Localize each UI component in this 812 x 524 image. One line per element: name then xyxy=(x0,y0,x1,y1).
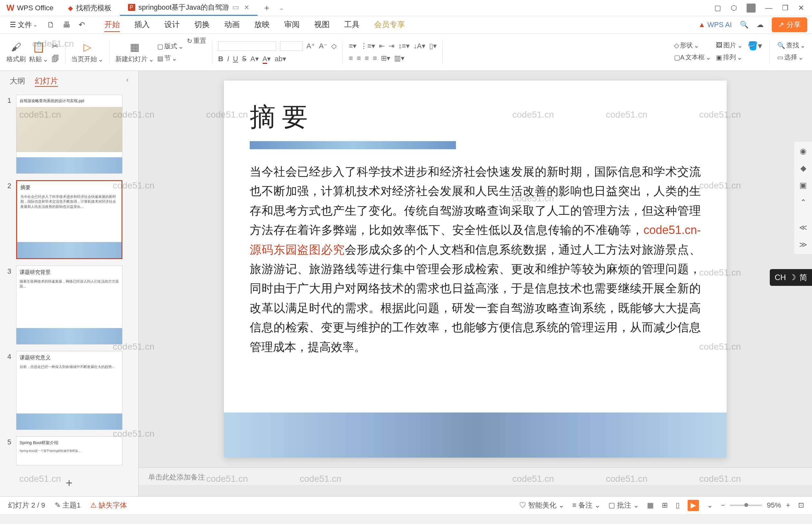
qat-icon-2[interactable]: 🖶 xyxy=(63,20,70,29)
slideshow-dropdown-icon[interactable]: ⌄ xyxy=(707,501,713,509)
avatar-icon[interactable] xyxy=(747,3,756,13)
tab-view[interactable]: 视图 xyxy=(314,18,330,32)
ime-indicator[interactable]: CH ☽ 简 xyxy=(770,269,812,286)
tab-animation[interactable]: 动画 xyxy=(224,18,240,32)
textbox-dropdown[interactable]: ▢A 文本框 ⌄ xyxy=(674,53,711,62)
strike-icon[interactable]: S̶ xyxy=(242,55,247,63)
window-icon-2[interactable]: ⬡ xyxy=(731,4,737,12)
text-direction-icon[interactable]: ↓A▾ xyxy=(413,42,425,50)
indent-left-icon[interactable]: ⇤ xyxy=(379,42,385,50)
from-current-button[interactable]: ▷当页开始 ⌄ xyxy=(71,41,103,64)
tab-document[interactable]: P springboot基于Java的自驾游 ▭ ✕ xyxy=(120,0,258,16)
indent-right-icon[interactable]: ⇥ xyxy=(388,42,394,50)
tab-slideshow[interactable]: 放映 xyxy=(254,18,270,32)
find-dropdown[interactable]: 🔍 查找 ⌄ xyxy=(777,41,806,50)
zoom-out-icon[interactable]: − xyxy=(721,501,725,509)
decrease-font-icon[interactable]: A⁻ xyxy=(319,42,328,50)
thumb-5[interactable]: Spring Boot框架介绍 Spring Boot是一个基于Spring的快… xyxy=(16,436,122,465)
distribute-icon[interactable]: ⊞▾ xyxy=(381,54,390,63)
fill-icon[interactable]: 🪣▾ xyxy=(748,41,762,64)
text-effect-icon[interactable]: ab▾ xyxy=(275,55,286,63)
cloud-icon[interactable]: ☁ xyxy=(757,21,764,29)
wps-ai-button[interactable]: ▲ WPS AI xyxy=(698,21,732,29)
view-reading-icon[interactable]: ▯ xyxy=(676,501,680,509)
new-slide-button[interactable]: ▦新建幻灯片 ⌄ xyxy=(115,41,154,64)
prev-slide-icon[interactable]: ≪ xyxy=(799,223,807,232)
missing-font-warning[interactable]: ⚠ 缺失字体 xyxy=(90,501,127,510)
cut-icon[interactable]: ✂ xyxy=(52,41,59,51)
format-painter-button[interactable]: 🖌格式刷 xyxy=(6,41,26,64)
bullets-icon[interactable]: ≡▾ xyxy=(349,42,357,50)
add-slide-button[interactable]: + xyxy=(0,470,138,496)
highlight-icon[interactable]: A▾ xyxy=(250,55,259,63)
tab-start[interactable]: 开始 xyxy=(104,18,120,32)
section-dropdown[interactable]: ▤ 节 ⌄ xyxy=(157,54,184,63)
thumb-item[interactable]: 2 摘要 当今社会已经步入了科学技术进步和经济社会快速发展的新时期，国际信息和学… xyxy=(3,180,135,259)
file-menu[interactable]: ☰ 文件 ⌄ xyxy=(5,20,42,30)
scroll-up-icon[interactable]: ⌃ xyxy=(800,198,807,207)
tab-vip[interactable]: 会员专享 xyxy=(374,18,405,32)
underline-icon[interactable]: U xyxy=(233,55,238,63)
close-tab-icon[interactable]: ✕ xyxy=(244,3,249,11)
window-icon-1[interactable]: ▢ xyxy=(714,4,721,12)
review-toggle[interactable]: ▢ 批注 ⌄ xyxy=(608,501,639,510)
tab-templates[interactable]: ◆ 找稻壳模板 xyxy=(60,0,120,16)
font-family-dropdown[interactable] xyxy=(218,41,276,51)
notes-toggle[interactable]: ≡ 备注 ⌄ xyxy=(572,501,600,510)
slide-canvas[interactable]: 摘 要 当今社会已经步入了科学技术进步和经济社会快速发展的新时期，国际信息和学术… xyxy=(224,81,727,458)
tool-icon-3[interactable]: ▣ xyxy=(799,181,807,190)
thumb-2[interactable]: 摘要 当今社会已经步入了科学技术进步和经济社会快速发展的新时期，国际信息和学术交… xyxy=(16,180,122,259)
add-tab-button[interactable]: + xyxy=(258,3,276,13)
maximize-button[interactable]: ❐ xyxy=(782,4,789,12)
align-right-icon[interactable]: ≡ xyxy=(365,54,369,63)
thumb-item[interactable]: 1 自驾游攻略查询系统的设计与实现.ppt xyxy=(3,95,135,174)
paste-button[interactable]: 📋粘贴 ⌄ xyxy=(29,41,48,64)
font-size-dropdown[interactable] xyxy=(280,41,302,51)
numbering-icon[interactable]: ⋮≡▾ xyxy=(360,42,375,50)
clear-format-icon[interactable]: ◇ xyxy=(331,42,337,50)
smart-beautify-button[interactable]: ♡ 智能美化 ⌄ xyxy=(519,501,564,510)
line-spacing-icon[interactable]: ↕≡▾ xyxy=(398,42,410,50)
tab-menu-icon[interactable]: ⌄ xyxy=(279,4,284,12)
qat-icon-1[interactable]: 🗋 xyxy=(47,20,55,29)
thumb-4[interactable]: 课题研究意义 目前，信息化已经一种深入到各领域中不断发展壮大的趋势... xyxy=(16,351,122,430)
reset-button[interactable]: ↻ 重置 xyxy=(187,36,206,45)
thumb-item[interactable]: 4 课题研究意义 目前，信息化已经一种深入到各领域中不断发展壮大的趋势... xyxy=(3,351,135,430)
view-normal-icon[interactable]: ▦ xyxy=(647,501,654,509)
align-justify-icon[interactable]: ≡ xyxy=(373,54,377,63)
slides-tab[interactable]: 幻灯片 xyxy=(35,76,58,87)
tab-tools[interactable]: 工具 xyxy=(344,18,360,32)
share-button[interactable]: ↗ 分享 xyxy=(772,17,807,32)
close-window-button[interactable]: ✕ xyxy=(798,4,804,12)
arrange-dropdown[interactable]: ▣ 排列 ⌄ xyxy=(716,53,743,62)
picture-dropdown[interactable]: 🖼 图片 ⌄ xyxy=(716,41,743,50)
layout-dropdown[interactable]: ▢ 版式 ⌄ xyxy=(157,42,184,51)
thumb-item[interactable]: 3 课题研究背景 随着互联网技术的快速发展，网络已经深入到人们生活的方方面面..… xyxy=(3,265,135,344)
thumb-item[interactable]: 5 Spring Boot框架介绍 Spring Boot是一个基于Spring… xyxy=(3,436,135,465)
italic-icon[interactable]: I xyxy=(227,55,229,63)
search-icon[interactable]: 🔍 xyxy=(740,21,748,29)
notes-area[interactable]: 单击此处添加备注 xyxy=(138,467,812,485)
font-color-icon[interactable]: A▾ xyxy=(263,55,271,63)
tool-icon-1[interactable]: ◉ xyxy=(800,147,807,155)
shape-dropdown[interactable]: ◇ 形状 ⌄ xyxy=(674,41,711,50)
tool-icon-2[interactable]: ◆ xyxy=(800,164,806,173)
thumb-1[interactable]: 自驾游攻略查询系统的设计与实现.ppt xyxy=(16,95,122,174)
qat-icon-3[interactable]: ↶ xyxy=(79,20,85,29)
copy-icon[interactable]: 🗐 xyxy=(52,54,59,64)
bold-icon[interactable]: B xyxy=(218,55,223,63)
next-slide-icon[interactable]: ≫ xyxy=(799,240,807,249)
align-center-icon[interactable]: ≡ xyxy=(357,54,361,63)
slideshow-button[interactable]: ▶ xyxy=(687,500,699,511)
zoom-slider[interactable] xyxy=(730,505,762,506)
outline-tab[interactable]: 大纲 xyxy=(10,76,25,87)
increase-font-icon[interactable]: A⁺ xyxy=(306,42,315,50)
tab-transition[interactable]: 切换 xyxy=(194,18,210,32)
collapse-panel-icon[interactable]: ‹ xyxy=(126,76,129,87)
fit-icon[interactable]: ⊡ xyxy=(798,501,804,509)
thumb-3[interactable]: 课题研究背景 随着互联网技术的快速发展，网络已经深入到人们生活的方方面面... xyxy=(16,265,122,344)
minimize-button[interactable]: — xyxy=(765,4,772,12)
align-left-icon[interactable]: ≡ xyxy=(349,54,353,63)
align-text-icon[interactable]: ▯▾ xyxy=(429,42,436,50)
columns-icon[interactable]: ▥▾ xyxy=(394,54,404,63)
